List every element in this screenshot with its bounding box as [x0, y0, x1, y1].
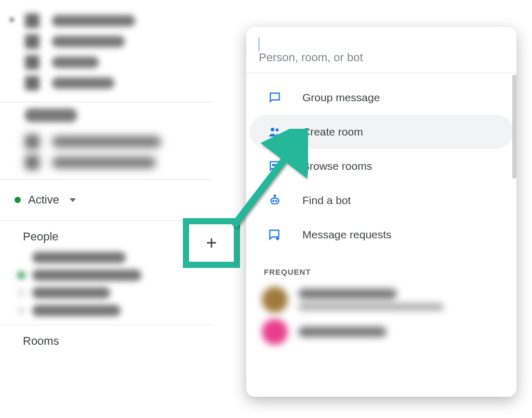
sidebar-item[interactable] [25, 131, 213, 152]
people-list [0, 249, 213, 319]
section-header-people: People [0, 221, 213, 249]
menu-item-label: Find a bot [302, 194, 351, 207]
meet-section [0, 102, 213, 179]
sidebar-item[interactable] [0, 73, 213, 93]
svg-point-2 [272, 165, 274, 166]
frequent-contact[interactable] [246, 284, 516, 316]
status-dot-icon [15, 197, 21, 203]
menu-item-find-bot[interactable]: Find a bot [249, 183, 513, 218]
bot-icon [267, 194, 283, 207]
section-title [25, 109, 77, 122]
chat-plus-icon [267, 228, 283, 241]
sidebar-item[interactable] [0, 52, 213, 73]
svg-point-7 [274, 195, 276, 196]
people-plus-icon [267, 125, 283, 139]
sidebar-item[interactable] [0, 31, 213, 52]
menu-item-browse-rooms[interactable]: Browse rooms [249, 149, 513, 183]
frequent-contact[interactable] [246, 316, 516, 348]
chevron-down-icon [70, 198, 76, 202]
scrollbar[interactable] [512, 75, 516, 179]
chat-people-icon [267, 159, 283, 173]
section-header-rooms: Rooms [0, 325, 213, 353]
new-chat-panel: Group message Create room Browse rooms F… [246, 27, 516, 397]
people-item[interactable] [0, 302, 213, 319]
avatar [262, 287, 288, 313]
chat-sidebar: Active People Rooms [0, 0, 213, 418]
svg-point-0 [271, 128, 274, 131]
text-cursor [259, 37, 259, 51]
people-item[interactable] [0, 284, 213, 302]
menu-item-create-room[interactable]: Create room [249, 115, 513, 149]
new-chat-button[interactable]: + [189, 224, 234, 262]
plus-icon: + [206, 234, 217, 252]
sidebar-item[interactable] [25, 152, 213, 173]
menu-item-label: Message requests [302, 228, 392, 241]
avatar [262, 319, 288, 345]
svg-point-9 [276, 200, 277, 201]
menu-item-label: Browse rooms [302, 160, 372, 172]
annotation-highlight-box: + [183, 218, 240, 268]
search-input[interactable] [259, 51, 504, 64]
people-item[interactable] [0, 249, 213, 266]
chat-bubble-icon [267, 91, 283, 104]
frequent-label: FREQUENT [246, 252, 516, 284]
people-item[interactable] [0, 266, 213, 284]
status-selector[interactable]: Active [0, 179, 213, 221]
sidebar-item[interactable] [0, 10, 213, 31]
menu-item-label: Group message [302, 91, 380, 104]
menu: Group message Create room Browse rooms F… [246, 73, 516, 252]
svg-point-1 [276, 128, 279, 131]
status-label: Active [28, 193, 59, 207]
search-row [246, 27, 516, 73]
svg-point-3 [275, 165, 276, 166]
menu-item-group-message[interactable]: Group message [249, 80, 513, 115]
svg-point-8 [273, 200, 274, 201]
svg-point-4 [277, 165, 278, 166]
menu-item-label: Create room [302, 126, 363, 138]
menu-item-message-requests[interactable]: Message requests [249, 218, 513, 252]
svg-rect-5 [271, 198, 278, 204]
